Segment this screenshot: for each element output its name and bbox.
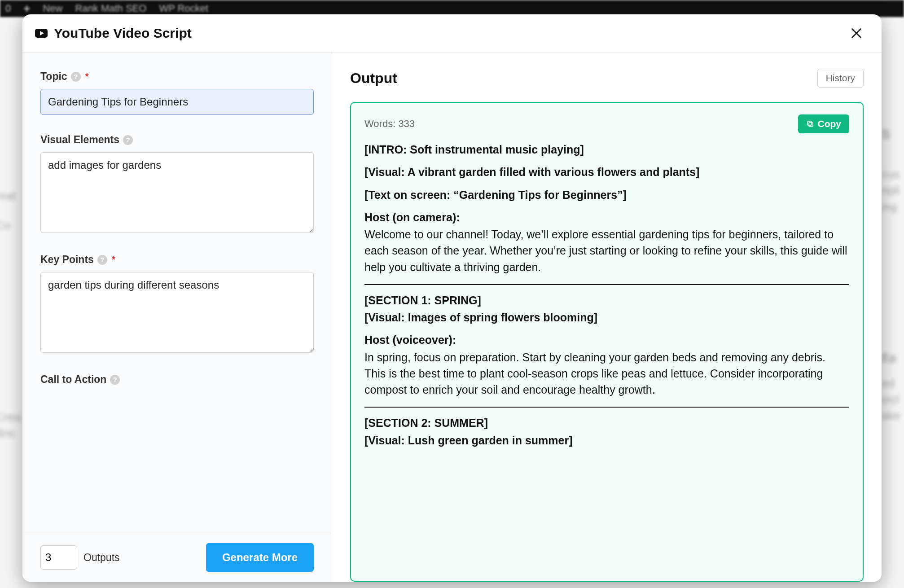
form-area: Topic ? * Visual Elements ? add images f… xyxy=(22,53,332,533)
output-panel: Output History Words: 333 Copy [INTRO: S… xyxy=(332,53,882,582)
topbar-count: 0 xyxy=(5,3,11,14)
close-icon xyxy=(850,27,863,39)
close-button[interactable] xyxy=(847,24,865,42)
form-panel: Topic ? * Visual Elements ? add images f… xyxy=(22,53,332,582)
bg-text: ake xyxy=(882,408,904,424)
copy-label: Copy xyxy=(818,118,842,129)
cta-label: Call to Action ? xyxy=(40,373,314,386)
required-indicator: * xyxy=(112,255,115,265)
topbar-wprocket: WP Rocket xyxy=(159,3,208,14)
help-icon[interactable]: ? xyxy=(123,135,133,145)
modal-title: YouTube Video Script xyxy=(54,26,192,41)
topic-group: Topic ? * xyxy=(40,70,314,115)
form-footer: Outputs Generate More xyxy=(22,533,332,582)
svg-rect-2 xyxy=(809,123,813,127)
output-title: Output xyxy=(350,70,397,87)
output-meta: Words: 333 Copy xyxy=(364,114,849,133)
keypoints-textarea[interactable]: garden tips during different seasons xyxy=(40,272,314,353)
bg-text: Crea xyxy=(0,409,22,425)
keypoints-label-text: Key Points xyxy=(40,254,94,266)
script-section: [SECTION 2: SUMMER] xyxy=(364,415,849,431)
script-content: [INTRO: Soft instrumental music playing]… xyxy=(364,141,849,448)
topic-input[interactable] xyxy=(40,89,314,115)
cta-label-text: Call to Action xyxy=(40,373,106,386)
script-host-text: In spring, focus on preparation. Start b… xyxy=(364,349,849,398)
help-icon[interactable]: ? xyxy=(97,255,107,265)
bg-text: npli xyxy=(882,182,904,198)
bg-text: S xyxy=(882,125,904,144)
visual-textarea[interactable]: add images for gardens xyxy=(40,152,314,233)
visual-group: Visual Elements ? add images for gardens xyxy=(40,134,314,235)
outputs-stepper[interactable] xyxy=(40,545,77,570)
bg-text: incl xyxy=(882,391,904,408)
visual-label: Visual Elements ? xyxy=(40,134,314,146)
modal-header-left: YouTube Video Script xyxy=(35,26,192,41)
required-indicator: * xyxy=(85,71,89,82)
plus-icon: + xyxy=(23,2,30,16)
modal-body: Topic ? * Visual Elements ? add images f… xyxy=(22,53,882,582)
youtube-icon xyxy=(35,29,48,38)
script-visual: [Visual: Lush green garden in summer] xyxy=(364,432,849,448)
generate-more-button[interactable]: Generate More xyxy=(206,543,314,572)
cta-group: Call to Action ? xyxy=(40,373,314,386)
bg-text: ing xyxy=(882,199,904,215)
script-host-label: Host (voiceover): xyxy=(364,332,849,348)
svg-rect-3 xyxy=(807,121,812,125)
visual-label-text: Visual Elements xyxy=(40,134,119,146)
topbar-rankmath: Rank Math SEO xyxy=(75,3,146,14)
bg-text: reat xyxy=(0,188,22,204)
topic-label-text: Topic xyxy=(40,70,67,83)
copy-icon xyxy=(806,120,814,128)
word-count: Words: 333 xyxy=(364,118,415,130)
topic-label: Topic ? * xyxy=(40,70,314,83)
bg-text: Bric xyxy=(0,425,22,441)
script-visual: [Visual: A vibrant garden filled with va… xyxy=(364,164,849,180)
history-button[interactable]: History xyxy=(817,69,864,88)
bg-text: ed xyxy=(882,375,904,391)
keypoints-label: Key Points ? * xyxy=(40,254,314,266)
script-divider xyxy=(364,284,849,285)
keypoints-group: Key Points ? * garden tips during differ… xyxy=(40,254,314,355)
outputs-label: Outputs xyxy=(83,552,120,564)
output-card: Words: 333 Copy [INTRO: Soft instrumenta… xyxy=(350,102,864,582)
script-host-text: Welcome to our channel! Today, we’ll exp… xyxy=(364,226,849,275)
script-divider xyxy=(364,407,849,408)
script-host-label: Host (on camera): xyxy=(364,209,849,225)
script-visual: [Visual: Images of spring flowers bloomi… xyxy=(364,309,849,325)
script-intro: [INTRO: Soft instrumental music playing] xyxy=(364,141,849,158)
bg-text: Co xyxy=(0,217,22,233)
script-text-on-screen: [Text on screen: “Gardening Tips for Beg… xyxy=(364,187,849,203)
output-header: Output History xyxy=(350,69,864,88)
script-section: [SECTION 1: SPRING] xyxy=(364,292,849,308)
help-icon[interactable]: ? xyxy=(71,72,81,82)
topbar-new: New xyxy=(43,3,62,14)
modal-dialog: YouTube Video Script Topic ? * xyxy=(22,14,882,582)
bg-text: cus xyxy=(882,166,904,182)
bg-text: Ep xyxy=(882,350,904,366)
copy-button[interactable]: Copy xyxy=(798,114,850,133)
modal-header: YouTube Video Script xyxy=(22,14,882,53)
outputs-group: Outputs xyxy=(40,545,120,570)
help-icon[interactable]: ? xyxy=(110,375,120,385)
